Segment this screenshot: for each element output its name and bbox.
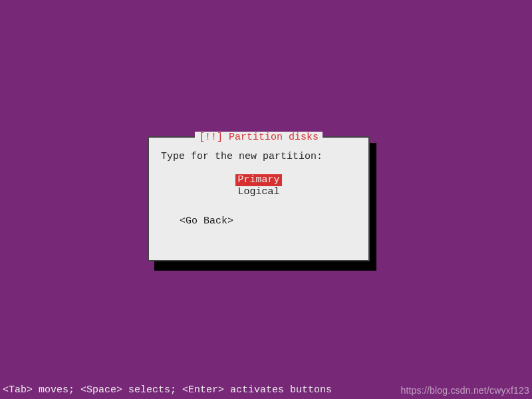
dialog-title-row: [!!] Partition disks — [149, 138, 368, 143]
dialog-body: Type for the new partition: Primary Logi… — [149, 143, 368, 233]
watermark: https://blog.csdn.net/cwyxf123 — [400, 385, 529, 396]
option-primary[interactable]: Primary — [235, 174, 281, 186]
option-logical[interactable]: Logical — [235, 186, 281, 198]
prompt-text: Type for the new partition: — [161, 151, 356, 162]
go-back-button[interactable]: <Go Back> — [161, 215, 356, 227]
statusbar: <Tab> moves; <Space> selects; <Enter> ac… — [0, 382, 532, 399]
dialog-title: [!!] Partition disks — [195, 132, 323, 143]
partition-type-options: Primary Logical — [161, 174, 356, 198]
partition-dialog: [!!] Partition disks Type for the new pa… — [148, 136, 370, 261]
keyboard-hint: <Tab> moves; <Space> selects; <Enter> ac… — [3, 384, 332, 396]
